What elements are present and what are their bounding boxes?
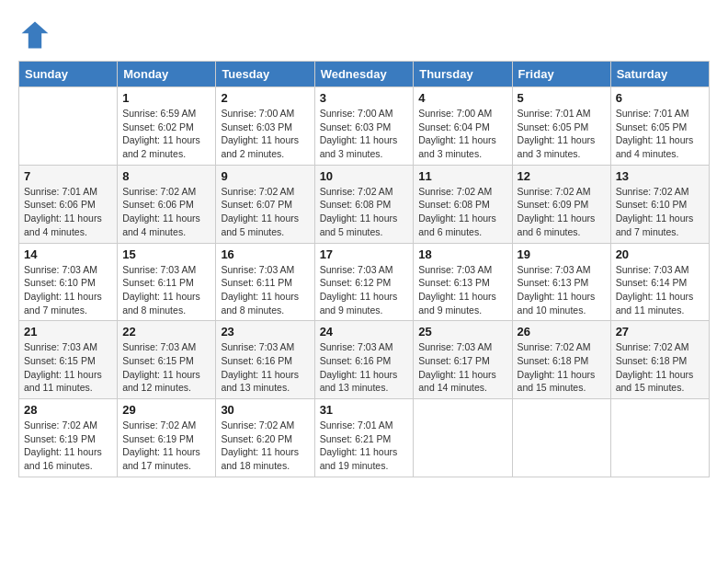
day-number: 2 xyxy=(221,91,309,105)
day-number: 19 xyxy=(518,247,606,261)
calendar-cell: 31 Sunrise: 7:01 AMSunset: 6:21 PMDaylig… xyxy=(314,399,414,477)
day-detail: Sunrise: 7:03 AMSunset: 6:13 PMDaylight:… xyxy=(518,263,606,317)
weekday-header-wednesday: Wednesday xyxy=(314,62,414,87)
day-number: 11 xyxy=(418,169,506,183)
calendar-cell: 27 Sunrise: 7:02 AMSunset: 6:18 PMDaylig… xyxy=(610,321,709,399)
weekday-header-friday: Friday xyxy=(512,62,610,87)
day-detail: Sunrise: 7:03 AMSunset: 6:11 PMDaylight:… xyxy=(221,263,309,317)
day-number: 25 xyxy=(418,325,506,339)
day-number: 20 xyxy=(616,247,704,261)
day-number: 8 xyxy=(122,169,210,183)
weekday-header-saturday: Saturday xyxy=(610,62,709,87)
page-header xyxy=(18,18,710,52)
day-number: 26 xyxy=(518,325,606,339)
weekday-header-thursday: Thursday xyxy=(414,62,512,87)
day-detail: Sunrise: 7:02 AMSunset: 6:19 PMDaylight:… xyxy=(24,419,112,473)
calendar-cell: 30 Sunrise: 7:02 AMSunset: 6:20 PMDaylig… xyxy=(216,399,314,477)
logo xyxy=(18,18,55,52)
day-detail: Sunrise: 7:03 AMSunset: 6:16 PMDaylight:… xyxy=(320,340,409,395)
calendar-cell: 15 Sunrise: 7:03 AMSunset: 6:11 PMDaylig… xyxy=(118,243,216,321)
day-number: 27 xyxy=(616,325,704,339)
week-row-2: 7 Sunrise: 7:01 AMSunset: 6:06 PMDayligh… xyxy=(19,165,710,243)
calendar-table: SundayMondayTuesdayWednesdayThursdayFrid… xyxy=(18,61,710,477)
weekday-header-sunday: Sunday xyxy=(19,62,118,87)
calendar-cell: 14 Sunrise: 7:03 AMSunset: 6:10 PMDaylig… xyxy=(19,243,118,321)
day-number: 9 xyxy=(221,169,309,183)
day-number: 29 xyxy=(122,403,210,417)
calendar-cell xyxy=(610,399,709,477)
day-number: 28 xyxy=(24,403,112,417)
calendar-cell: 19 Sunrise: 7:03 AMSunset: 6:13 PMDaylig… xyxy=(512,243,610,321)
calendar-cell: 26 Sunrise: 7:02 AMSunset: 6:18 PMDaylig… xyxy=(512,321,610,399)
calendar-cell: 25 Sunrise: 7:03 AMSunset: 6:17 PMDaylig… xyxy=(414,321,512,399)
calendar-cell: 24 Sunrise: 7:03 AMSunset: 6:16 PMDaylig… xyxy=(314,321,414,399)
day-number: 7 xyxy=(24,169,112,183)
day-detail: Sunrise: 7:01 AMSunset: 6:05 PMDaylight:… xyxy=(518,107,606,161)
calendar-cell xyxy=(414,399,512,477)
day-detail: Sunrise: 7:02 AMSunset: 6:20 PMDaylight:… xyxy=(221,419,309,473)
day-number: 16 xyxy=(221,247,309,261)
day-number: 1 xyxy=(122,91,210,105)
day-number: 30 xyxy=(221,403,309,417)
calendar-cell: 5 Sunrise: 7:01 AMSunset: 6:05 PMDayligh… xyxy=(512,87,610,166)
day-detail: Sunrise: 7:03 AMSunset: 6:11 PMDaylight:… xyxy=(122,263,210,317)
day-detail: Sunrise: 7:03 AMSunset: 6:13 PMDaylight:… xyxy=(418,263,506,317)
day-detail: Sunrise: 7:02 AMSunset: 6:07 PMDaylight:… xyxy=(221,185,309,239)
calendar-cell: 22 Sunrise: 7:03 AMSunset: 6:15 PMDaylig… xyxy=(118,321,216,399)
calendar-cell: 28 Sunrise: 7:02 AMSunset: 6:19 PMDaylig… xyxy=(19,399,118,477)
calendar-cell: 9 Sunrise: 7:02 AMSunset: 6:07 PMDayligh… xyxy=(216,165,314,243)
day-detail: Sunrise: 7:02 AMSunset: 6:08 PMDaylight:… xyxy=(320,185,409,239)
calendar-cell: 3 Sunrise: 7:00 AMSunset: 6:03 PMDayligh… xyxy=(314,87,414,166)
calendar-cell: 6 Sunrise: 7:01 AMSunset: 6:05 PMDayligh… xyxy=(610,87,709,166)
day-detail: Sunrise: 7:03 AMSunset: 6:12 PMDaylight:… xyxy=(320,263,409,317)
svg-marker-0 xyxy=(22,22,49,49)
logo-icon xyxy=(18,18,51,52)
day-number: 21 xyxy=(24,325,112,339)
day-number: 12 xyxy=(518,169,606,183)
day-number: 14 xyxy=(24,247,112,261)
calendar-cell: 7 Sunrise: 7:01 AMSunset: 6:06 PMDayligh… xyxy=(19,165,118,243)
calendar-cell: 16 Sunrise: 7:03 AMSunset: 6:11 PMDaylig… xyxy=(216,243,314,321)
day-detail: Sunrise: 7:02 AMSunset: 6:08 PMDaylight:… xyxy=(418,185,506,239)
day-number: 23 xyxy=(221,325,309,339)
day-detail: Sunrise: 7:03 AMSunset: 6:16 PMDaylight:… xyxy=(221,340,309,395)
day-detail: Sunrise: 7:02 AMSunset: 6:18 PMDaylight:… xyxy=(616,340,704,395)
day-detail: Sunrise: 7:00 AMSunset: 6:03 PMDaylight:… xyxy=(221,107,309,161)
day-detail: Sunrise: 7:03 AMSunset: 6:14 PMDaylight:… xyxy=(616,263,704,317)
week-row-1: 1 Sunrise: 6:59 AMSunset: 6:02 PMDayligh… xyxy=(19,87,710,166)
day-detail: Sunrise: 7:03 AMSunset: 6:15 PMDaylight:… xyxy=(122,340,210,395)
day-number: 15 xyxy=(122,247,210,261)
day-number: 17 xyxy=(320,247,409,261)
calendar-cell: 4 Sunrise: 7:00 AMSunset: 6:04 PMDayligh… xyxy=(414,87,512,166)
day-number: 6 xyxy=(616,91,704,105)
day-detail: Sunrise: 7:01 AMSunset: 6:06 PMDaylight:… xyxy=(24,185,112,239)
day-detail: Sunrise: 7:02 AMSunset: 6:09 PMDaylight:… xyxy=(518,185,606,239)
day-number: 24 xyxy=(320,325,409,339)
day-detail: Sunrise: 7:00 AMSunset: 6:03 PMDaylight:… xyxy=(320,107,409,161)
calendar-cell: 20 Sunrise: 7:03 AMSunset: 6:14 PMDaylig… xyxy=(610,243,709,321)
day-number: 31 xyxy=(320,403,409,417)
day-number: 18 xyxy=(418,247,506,261)
day-detail: Sunrise: 6:59 AMSunset: 6:02 PMDaylight:… xyxy=(122,107,210,161)
calendar-cell: 8 Sunrise: 7:02 AMSunset: 6:06 PMDayligh… xyxy=(118,165,216,243)
weekday-header-monday: Monday xyxy=(118,62,216,87)
week-row-4: 21 Sunrise: 7:03 AMSunset: 6:15 PMDaylig… xyxy=(19,321,710,399)
calendar-cell: 2 Sunrise: 7:00 AMSunset: 6:03 PMDayligh… xyxy=(216,87,314,166)
day-number: 13 xyxy=(616,169,704,183)
calendar-cell: 29 Sunrise: 7:02 AMSunset: 6:19 PMDaylig… xyxy=(118,399,216,477)
calendar-cell: 12 Sunrise: 7:02 AMSunset: 6:09 PMDaylig… xyxy=(512,165,610,243)
calendar-cell: 10 Sunrise: 7:02 AMSunset: 6:08 PMDaylig… xyxy=(314,165,414,243)
calendar-cell: 17 Sunrise: 7:03 AMSunset: 6:12 PMDaylig… xyxy=(314,243,414,321)
week-row-3: 14 Sunrise: 7:03 AMSunset: 6:10 PMDaylig… xyxy=(19,243,710,321)
day-detail: Sunrise: 7:00 AMSunset: 6:04 PMDaylight:… xyxy=(418,107,506,161)
day-number: 5 xyxy=(518,91,606,105)
day-detail: Sunrise: 7:03 AMSunset: 6:10 PMDaylight:… xyxy=(24,263,112,317)
calendar-cell: 1 Sunrise: 6:59 AMSunset: 6:02 PMDayligh… xyxy=(118,87,216,166)
calendar-cell: 11 Sunrise: 7:02 AMSunset: 6:08 PMDaylig… xyxy=(414,165,512,243)
day-number: 4 xyxy=(418,91,506,105)
calendar-cell xyxy=(512,399,610,477)
day-detail: Sunrise: 7:01 AMSunset: 6:21 PMDaylight:… xyxy=(320,419,409,473)
day-detail: Sunrise: 7:03 AMSunset: 6:17 PMDaylight:… xyxy=(418,340,506,395)
day-number: 22 xyxy=(122,325,210,339)
day-number: 10 xyxy=(320,169,409,183)
